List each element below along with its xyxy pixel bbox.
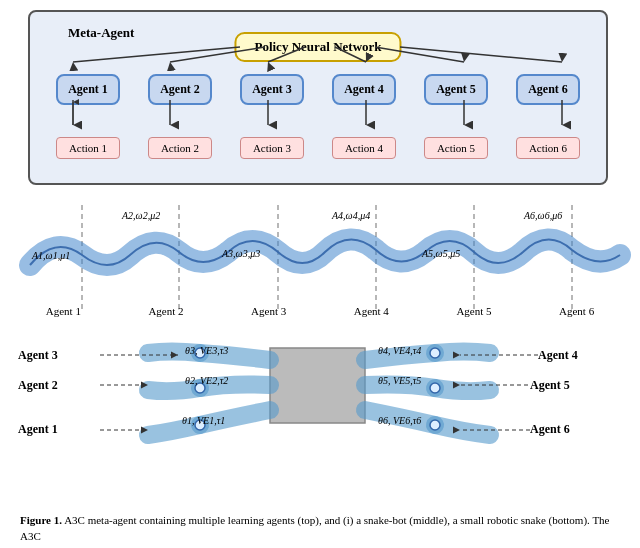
- action-box-1: Action 1: [56, 137, 120, 159]
- theta-label-1: θ1, VE1,τ1: [182, 415, 225, 426]
- theta-label-3: θ3, VE3,τ3: [185, 345, 228, 356]
- svg-rect-23: [270, 348, 365, 423]
- bottom-agent-label-2: Agent 2: [18, 378, 58, 393]
- theta-label-5: θ5, VE5,τ5: [378, 375, 421, 386]
- bottom-agent-label-4: Agent 4: [538, 348, 578, 363]
- diagram-container: Meta-Agent Policy Neural Network Agent 1…: [0, 0, 640, 548]
- agent-box-3: Agent 3: [240, 74, 304, 105]
- action-box-3: Action 3: [240, 137, 304, 159]
- caption-text: A3C meta-agent containing multiple learn…: [20, 514, 610, 541]
- meta-agent-label: Meta-Agent: [68, 25, 134, 41]
- agent-box-1: Agent 1: [56, 74, 120, 105]
- svg-point-35: [430, 420, 440, 430]
- theta-label-2: θ2, VE2,τ2: [185, 375, 228, 386]
- bottom-agent-label-3: Agent 3: [18, 348, 58, 363]
- mid-agent-label-4: Agent 4: [339, 305, 403, 317]
- mid-agent-label-6: Agent 6: [545, 305, 609, 317]
- param-label-a3: A3,ω3,μ3: [222, 248, 260, 259]
- actions-row: Action 1 Action 2 Action 3 Action 4 Acti…: [30, 137, 606, 159]
- svg-point-34: [430, 383, 440, 393]
- bottom-agent-label-6: Agent 6: [530, 422, 570, 437]
- pnn-box: Policy Neural Network: [234, 32, 401, 62]
- agent-box-5: Agent 5: [424, 74, 488, 105]
- bottom-agent-label-5: Agent 5: [530, 378, 570, 393]
- action-box-5: Action 5: [424, 137, 488, 159]
- caption: Figure 1. A3C meta-agent containing mult…: [20, 513, 620, 544]
- theta-label-4: θ4, VE4,τ4: [378, 345, 421, 356]
- mid-agent-label-3: Agent 3: [237, 305, 301, 317]
- svg-point-33: [430, 348, 440, 358]
- theta-label-6: θ6, VE6,τ6: [378, 415, 421, 426]
- action-box-4: Action 4: [332, 137, 396, 159]
- param-label-a6: A6,ω6,μ6: [524, 210, 562, 221]
- meta-agent-box: Meta-Agent Policy Neural Network Agent 1…: [28, 10, 608, 185]
- agent-box-4: Agent 4: [332, 74, 396, 105]
- agent-box-2: Agent 2: [148, 74, 212, 105]
- param-label-a4: A4,ω4,μ4: [332, 210, 370, 221]
- param-label-a1: A1,ω1,μ1: [32, 250, 70, 261]
- middle-agent-labels: Agent 1 Agent 2 Agent 3 Agent 4 Agent 5 …: [0, 305, 640, 317]
- mid-agent-label-2: Agent 2: [134, 305, 198, 317]
- action-box-6: Action 6: [516, 137, 580, 159]
- agents-row: Agent 1 Agent 2 Agent 3 Agent 4 Agent 5 …: [30, 74, 606, 105]
- mid-agent-label-5: Agent 5: [442, 305, 506, 317]
- bottom-agent-label-1: Agent 1: [18, 422, 58, 437]
- figure-number: Figure 1.: [20, 514, 62, 526]
- agent-box-6: Agent 6: [516, 74, 580, 105]
- mid-agent-label-1: Agent 1: [31, 305, 95, 317]
- param-label-a2: A2,ω2,μ2: [122, 210, 160, 221]
- action-box-2: Action 2: [148, 137, 212, 159]
- param-label-a5: A5,ω5,μ5: [422, 248, 460, 259]
